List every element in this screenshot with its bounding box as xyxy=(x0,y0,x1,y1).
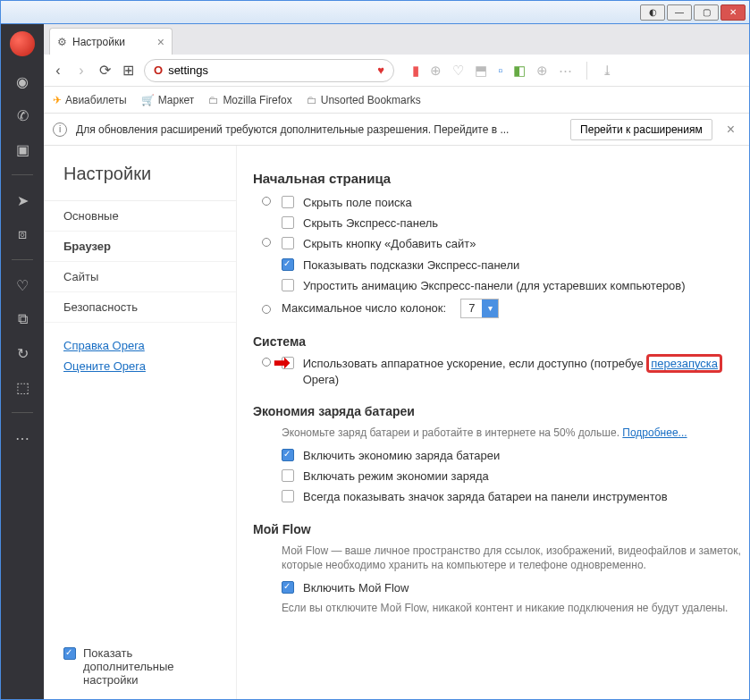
window-opera-button[interactable]: ◐ xyxy=(640,4,665,21)
radio-icon[interactable] xyxy=(262,238,271,247)
tab-close-icon[interactable]: × xyxy=(157,35,164,49)
goto-extensions-button[interactable]: Перейти к расширениям xyxy=(570,119,712,140)
window-maximize-button[interactable]: ▢ xyxy=(694,4,719,21)
separator-icon xyxy=(12,174,33,175)
history-icon[interactable]: ↻ xyxy=(13,344,31,362)
bookmark-unsorted[interactable]: 🗀Unsorted Bookmarks xyxy=(307,94,421,106)
nav-item-browser[interactable]: Браузер xyxy=(44,232,236,262)
section-flow-title: Мой Flow xyxy=(253,522,749,536)
left-rail: ◉ ✆ ▣ ➤ ⧇ ♡ ⧉ ↻ ⬚ ⋯ xyxy=(1,24,44,699)
whatsapp-icon[interactable]: ✆ xyxy=(13,106,31,124)
section-system-title: Система xyxy=(253,334,749,349)
info-icon: i xyxy=(53,122,67,137)
annotation-arrow-icon: ➡ xyxy=(274,351,290,375)
extension-notice-bar: i Для обновления расширений требуются до… xyxy=(44,114,749,146)
ext-icon-6[interactable]: ◧ xyxy=(513,63,526,79)
restart-link[interactable]: перезапуска xyxy=(651,357,718,370)
nav-back-button[interactable]: ‹ xyxy=(51,63,65,79)
restart-highlight: перезапуска xyxy=(646,354,722,373)
checkbox-simplify-anim[interactable] xyxy=(282,279,294,291)
separator-icon xyxy=(12,259,33,260)
reload-button[interactable]: ⟳ xyxy=(97,62,112,79)
bookmark-mozilla[interactable]: 🗀Mozilla Firefox xyxy=(208,94,291,106)
ext-icon-3[interactable]: ♡ xyxy=(452,63,464,79)
opera-logo-icon[interactable] xyxy=(10,31,35,56)
notice-text: Для обновления расширений требуются допо… xyxy=(76,123,561,136)
separator-icon xyxy=(586,62,587,80)
tab-settings[interactable]: ⚙ Настройки × xyxy=(49,28,173,55)
settings-sidebar: Настройки Основные Браузер Сайты Безопас… xyxy=(44,146,237,699)
folder-icon: 🗀 xyxy=(208,94,219,106)
checkbox-flow-enable[interactable] xyxy=(282,581,294,594)
nav-item-security[interactable]: Безопасность xyxy=(44,292,236,323)
settings-content: Начальная страница Скрыть поле поиска Ск… xyxy=(237,146,749,699)
tab-title: Настройки xyxy=(72,36,125,48)
section-battery-title: Экономия заряда батареи xyxy=(253,404,749,418)
window-titlebar: ◐ — ▢ ✕ xyxy=(1,1,749,24)
checkbox-hide-speeddial[interactable] xyxy=(282,216,294,229)
checkbox-hide-search[interactable] xyxy=(282,196,294,208)
radio-icon[interactable] xyxy=(262,305,271,314)
notice-close-icon[interactable]: × xyxy=(721,122,740,138)
checkbox-icon[interactable] xyxy=(63,647,76,660)
columns-select[interactable]: 7▾ xyxy=(460,299,499,318)
separator-icon xyxy=(12,412,33,413)
send-icon[interactable]: ➤ xyxy=(13,191,31,209)
heart-icon[interactable]: ♥ xyxy=(377,63,384,77)
ext-icon-5[interactable]: ▫ xyxy=(498,63,502,78)
battery-more-link[interactable]: Подробнее... xyxy=(622,426,687,439)
gear-icon: ⚙ xyxy=(57,36,67,48)
ext-icon-1[interactable]: ▮ xyxy=(412,63,419,79)
plane-icon: ✈ xyxy=(53,94,62,106)
download-icon[interactable]: ⤓ xyxy=(602,63,613,79)
tab-strip: ⚙ Настройки × xyxy=(44,24,749,55)
vk-icon[interactable]: ▣ xyxy=(13,140,31,158)
window-close-button[interactable]: ✕ xyxy=(721,4,746,21)
cart-icon: 🛒 xyxy=(141,94,155,106)
ext-menu-icon[interactable]: ⋯ xyxy=(559,63,572,79)
speeddial-button[interactable]: ⊞ xyxy=(121,62,135,79)
news-icon[interactable]: ⧉ xyxy=(13,310,31,328)
checkbox-show-hints[interactable] xyxy=(282,258,294,271)
advanced-label: Показать дополнительные настройки xyxy=(83,646,216,687)
bookmark-market[interactable]: 🛒Маркет xyxy=(141,94,195,106)
checkbox-battery-mode[interactable] xyxy=(282,469,294,482)
camera-icon[interactable]: ⧇ xyxy=(13,225,31,243)
hw-accel-label: Использовать аппаратное ускорение, если … xyxy=(303,356,749,388)
nav-forward-button[interactable]: › xyxy=(74,63,88,79)
radio-icon[interactable] xyxy=(262,358,271,367)
max-columns-label: Максимальное число колонок: xyxy=(282,301,446,315)
bookmarks-bar: ✈Авиабилеты 🛒Маркет 🗀Mozilla Firefox 🗀Un… xyxy=(44,87,749,114)
ext-icon-7[interactable]: ⊕ xyxy=(536,63,548,79)
checkbox-battery-icon[interactable] xyxy=(282,490,294,502)
ext-icon-2[interactable]: ⊕ xyxy=(430,63,442,79)
checkbox-battery-enable[interactable] xyxy=(282,449,294,461)
section-home-title: Начальная страница xyxy=(253,171,749,186)
nav-item-sites[interactable]: Сайты xyxy=(44,262,236,292)
nav-item-basic[interactable]: Основные xyxy=(44,201,236,232)
opera-o-icon: O xyxy=(154,63,163,77)
help-link[interactable]: Справка Opera xyxy=(63,339,216,352)
extensions-icon[interactable]: ⬚ xyxy=(13,378,31,396)
radio-icon[interactable] xyxy=(262,197,271,206)
checkbox-hide-addsite[interactable] xyxy=(282,237,294,249)
rate-link[interactable]: Оцените Opera xyxy=(63,359,216,373)
settings-page-title: Настройки xyxy=(44,164,236,200)
folder-icon: 🗀 xyxy=(307,94,317,106)
ext-icon-4[interactable]: ⬒ xyxy=(475,63,487,79)
flow-desc: Мой Flow — ваше личное пространство для … xyxy=(282,544,749,574)
bookmark-aviabilety[interactable]: ✈Авиабилеты xyxy=(53,94,127,106)
bookmark-icon[interactable]: ♡ xyxy=(13,276,31,294)
address-input[interactable] xyxy=(168,63,372,77)
window-minimize-button[interactable]: — xyxy=(667,4,692,21)
address-input-wrapper[interactable]: O ♥ xyxy=(144,59,394,82)
more-icon[interactable]: ⋯ xyxy=(13,429,31,447)
battery-desc: Экономьте заряд батареи и работайте в ин… xyxy=(282,426,749,441)
show-advanced-toggle[interactable]: Показать дополнительные настройки xyxy=(44,634,236,699)
chevron-down-icon: ▾ xyxy=(482,299,498,317)
toolbar-extensions: ▮ ⊕ ♡ ⬒ ▫ ◧ ⊕ ⋯ ⤓ xyxy=(412,62,613,80)
flow-note: Если вы отключите Мой Flow, никакой конт… xyxy=(282,601,749,616)
address-bar: ‹ › ⟳ ⊞ O ♥ ▮ ⊕ ♡ ⬒ ▫ ◧ ⊕ ⋯ xyxy=(44,55,749,87)
messenger-icon[interactable]: ◉ xyxy=(13,72,31,90)
